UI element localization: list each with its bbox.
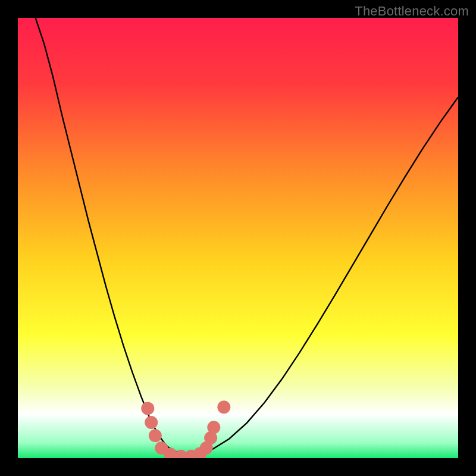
highlight-dot xyxy=(145,416,158,429)
highlight-dot xyxy=(141,402,154,415)
highlight-dot xyxy=(149,429,162,442)
watermark-text: TheBottleneck.com xyxy=(355,4,469,19)
chart-frame: TheBottleneck.com xyxy=(0,0,476,476)
highlight-dot xyxy=(207,421,220,434)
gradient-background xyxy=(18,18,458,458)
chart-svg xyxy=(18,18,458,458)
highlight-dot xyxy=(217,400,230,414)
plot-area xyxy=(18,18,458,458)
